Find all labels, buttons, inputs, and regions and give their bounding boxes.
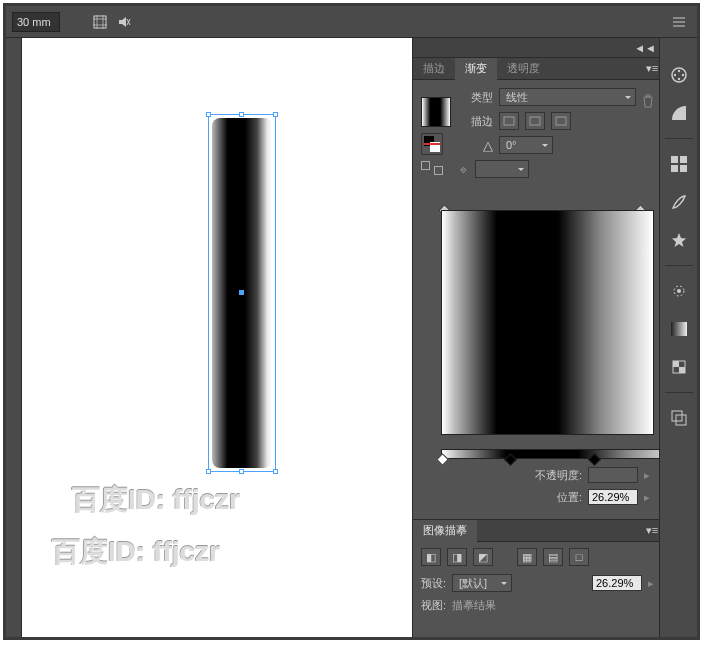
swap-fill-stroke-icon[interactable] xyxy=(421,161,443,175)
trace-preset-4[interactable]: ▦ xyxy=(517,548,537,566)
svg-rect-17 xyxy=(680,165,687,172)
canvas-area[interactable]: 百度ID: ffjczr 百度ID: ffjczr xyxy=(22,38,412,637)
stroke-align-3[interactable] xyxy=(551,112,571,130)
trace-preset-1[interactable]: ◧ xyxy=(421,548,441,566)
watermark-1: 百度ID: ffjczr xyxy=(72,481,240,519)
aspect-field[interactable] xyxy=(475,160,529,178)
type-label: 类型 xyxy=(457,90,493,105)
panel-tabs: 描边 渐变 透明度 ▾≡ xyxy=(413,58,662,80)
trace-preset-2[interactable]: ◨ xyxy=(447,548,467,566)
image-trace-panel: 图像描摹 ▾≡ ◧ ◨ ◩ ▦ ▤ □ 预设: [默认] 26.29% ▸ xyxy=(413,519,662,621)
size-field[interactable]: 30 mm xyxy=(12,12,60,32)
symbols-icon[interactable] xyxy=(666,227,692,253)
svg-rect-6 xyxy=(504,117,514,125)
selection-bounds xyxy=(208,114,276,472)
svg-rect-8 xyxy=(556,117,566,125)
tab-opacity[interactable]: 透明度 xyxy=(497,58,550,80)
svg-rect-23 xyxy=(679,367,685,373)
stroke-label: 描边 xyxy=(457,114,493,129)
svg-rect-7 xyxy=(530,117,540,125)
svg-rect-14 xyxy=(671,156,678,163)
svg-rect-22 xyxy=(673,361,679,367)
type-dropdown[interactable]: 线性 xyxy=(499,88,636,106)
panels-group: ◄◄ 描边 渐变 透明度 ▾≡ xyxy=(412,38,662,637)
handle-se[interactable] xyxy=(273,469,278,474)
appearance-icon[interactable] xyxy=(666,405,692,431)
svg-point-11 xyxy=(681,74,683,76)
watermark-2: 百度ID: ffjczr xyxy=(52,533,220,571)
trash-icon[interactable] xyxy=(642,94,654,108)
trace-preset-3[interactable]: ◩ xyxy=(473,548,493,566)
gradient-thumbnail[interactable] xyxy=(421,97,451,127)
tab-stroke[interactable]: 描边 xyxy=(413,58,455,80)
color-panel-icon[interactable] xyxy=(666,62,692,88)
view-label: 视图: xyxy=(421,598,446,613)
svg-point-19 xyxy=(677,289,681,293)
color-guide-icon[interactable] xyxy=(666,100,692,126)
brushes-icon[interactable] xyxy=(666,189,692,215)
handle-center[interactable] xyxy=(239,290,244,295)
audio-off-icon[interactable] xyxy=(112,10,136,34)
trace-preset-5[interactable]: ▤ xyxy=(543,548,563,566)
options-bar: 30 mm xyxy=(6,6,697,38)
topbar-menu-icon[interactable] xyxy=(667,10,691,34)
aspect-icon: ⟐ xyxy=(457,163,469,175)
preset-dropdown[interactable]: [默认] xyxy=(452,574,512,592)
stroke-panel-icon[interactable] xyxy=(666,278,692,304)
location-label: 位置: xyxy=(423,490,582,505)
opacity-label: 不透明度: xyxy=(423,468,582,483)
color-strip[interactable] xyxy=(441,449,690,459)
gradient-panel-icon[interactable] xyxy=(666,316,692,342)
trace-preset-6[interactable]: □ xyxy=(569,548,589,566)
transparency-icon[interactable] xyxy=(666,354,692,380)
stroke-align-1[interactable] xyxy=(499,112,519,130)
right-dock xyxy=(659,38,697,637)
svg-rect-25 xyxy=(676,415,686,425)
svg-point-10 xyxy=(677,70,679,72)
ruler-vertical xyxy=(6,38,22,637)
angle-icon: △ xyxy=(457,138,493,153)
tab-gradient[interactable]: 渐变 xyxy=(455,58,497,80)
gradient-preview[interactable] xyxy=(441,210,654,435)
gradient-panel: 描边 渐变 透明度 ▾≡ xyxy=(413,58,662,519)
collapse-icon[interactable]: ◄◄ xyxy=(634,42,656,54)
handle-sw[interactable] xyxy=(206,469,211,474)
view-value: 描摹结果 xyxy=(452,598,496,613)
handle-n[interactable] xyxy=(239,112,244,117)
stroke-align-2[interactable] xyxy=(525,112,545,130)
crop-tool-icon[interactable] xyxy=(88,10,112,34)
trace-value-field[interactable]: 26.29% xyxy=(592,575,642,591)
panel-header-strip: ◄◄ xyxy=(413,38,662,58)
swatches-icon[interactable] xyxy=(666,151,692,177)
angle-field[interactable]: 0° xyxy=(499,136,553,154)
svg-rect-24 xyxy=(672,411,682,421)
opacity-field[interactable] xyxy=(588,467,638,483)
svg-rect-16 xyxy=(671,165,678,172)
preset-label: 预设: xyxy=(421,576,446,591)
tab-image-trace[interactable]: 图像描摹 xyxy=(413,520,477,542)
handle-ne[interactable] xyxy=(273,112,278,117)
handle-s[interactable] xyxy=(239,469,244,474)
handle-nw[interactable] xyxy=(206,112,211,117)
svg-point-13 xyxy=(673,74,675,76)
reverse-gradient-button[interactable] xyxy=(421,133,443,155)
app-frame: 30 mm 百度ID: ffjczr 百度ID: ffjczr xyxy=(3,3,700,640)
location-field[interactable]: 26.29% xyxy=(588,489,638,505)
svg-rect-20 xyxy=(671,322,687,336)
svg-rect-15 xyxy=(680,156,687,163)
svg-rect-0 xyxy=(94,16,106,28)
svg-point-12 xyxy=(677,78,679,80)
